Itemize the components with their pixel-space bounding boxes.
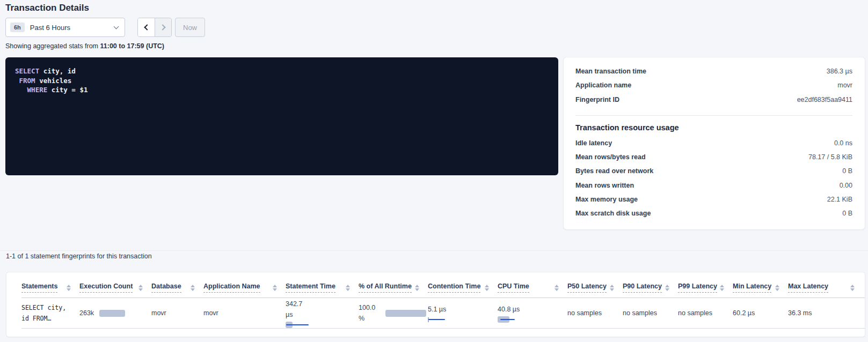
cell-application-name: movr: [203, 309, 286, 317]
time-controls: 6h Past 6 Hours Now: [5, 18, 205, 37]
sql-line: SELECT city, id: [15, 66, 549, 76]
database-value: movr: [151, 309, 166, 317]
column-header-pct-all-runtime[interactable]: % of All Runtime: [359, 282, 428, 298]
statement-line: id FROM…: [21, 315, 51, 322]
cpu-time-value: 40.8 µs: [498, 304, 522, 315]
application-name-value: movr: [203, 309, 218, 317]
summary-value: 22.1 KiB: [827, 196, 852, 203]
sort-icon[interactable]: [555, 285, 559, 291]
now-button[interactable]: Now: [175, 18, 205, 37]
summary-label: Max memory usage: [575, 196, 638, 203]
summary-row: Mean rows/bytes read 78.17 / 5.8 KiB: [575, 153, 852, 167]
column-label[interactable]: Statements: [21, 282, 57, 293]
statement-link[interactable]: SELECT city,id FROM…: [21, 302, 79, 324]
sql-line: FROM vehicles: [15, 76, 549, 86]
column-label[interactable]: Statement Time: [286, 282, 335, 293]
time-step-buttons: [137, 18, 172, 37]
summary-label: Bytes read over network: [575, 167, 653, 175]
stats-caption-prefix: Showing aggregated stats from: [5, 42, 100, 50]
section-divider: [0, 250, 868, 251]
cell-max-latency: 36.3 ms: [788, 309, 863, 317]
statements-table-card: Statements Execution Count Database Appl…: [6, 272, 865, 337]
summary-value: movr: [837, 81, 852, 89]
column-header-min-latency[interactable]: Min Latency: [733, 282, 788, 298]
column-label[interactable]: Database: [151, 282, 181, 293]
summary-row: Max memory usage 22.1 KiB: [575, 196, 852, 210]
p99-latency-value: no samples: [678, 309, 712, 317]
summary-row: Bytes read over network 0 B: [575, 167, 852, 181]
column-label[interactable]: Execution Count: [79, 282, 133, 293]
column-header-cpu-time[interactable]: CPU Time: [498, 282, 567, 298]
column-header-max-latency[interactable]: Max Latency: [788, 282, 863, 298]
time-range-dropdown[interactable]: 6h Past 6 Hours: [5, 18, 125, 37]
sort-icon[interactable]: [346, 285, 350, 291]
column-header-statements[interactable]: Statements: [21, 282, 79, 298]
sql-indent: [15, 77, 19, 85]
sql-text: city, id: [39, 67, 76, 75]
summary-label: Mean rows written: [575, 182, 634, 189]
column-label[interactable]: CPU Time: [498, 282, 529, 293]
sort-icon[interactable]: [610, 285, 614, 291]
column-header-contention-time[interactable]: Contention Time: [428, 282, 498, 298]
cell-p50-latency: no samples: [567, 309, 623, 317]
cell-min-latency: 60.2 µs: [733, 309, 788, 317]
cell-p90-latency: no samples: [623, 309, 678, 317]
summary-label: Max scratch disk usage: [575, 210, 651, 217]
sql-indent: [15, 86, 27, 94]
summary-label: Application name: [575, 81, 631, 89]
column-header-p50-latency[interactable]: P50 Latency: [567, 282, 623, 298]
column-label[interactable]: P50 Latency: [567, 282, 607, 293]
summary-label: Fingerprint ID: [575, 96, 619, 103]
column-header-statement-time[interactable]: Statement Time: [286, 282, 359, 298]
stats-caption: Showing aggregated stats from 11:00 to 1…: [5, 42, 164, 50]
sql-text: city = $1: [47, 86, 87, 94]
statement-time-bar: [286, 322, 311, 328]
column-label[interactable]: Contention Time: [428, 282, 480, 293]
summary-label: Idle latency: [575, 139, 612, 147]
time-range-label: Past 6 Hours: [30, 24, 114, 32]
table-row[interactable]: SELECT city,id FROM… 263k movr movr 342.…: [21, 298, 865, 329]
column-header-database[interactable]: Database: [151, 282, 203, 298]
execution-count-value: 263k: [79, 309, 94, 317]
sort-icon[interactable]: [415, 285, 419, 291]
min-latency-value: 60.2 µs: [733, 309, 755, 317]
sort-icon[interactable]: [191, 285, 195, 291]
cell-cpu-time: 40.8 µs: [498, 304, 567, 323]
next-time-button[interactable]: [155, 18, 171, 36]
column-label[interactable]: P99 Latency: [678, 282, 717, 293]
previous-time-button[interactable]: [138, 18, 155, 36]
sql-keyword: SELECT: [15, 67, 39, 75]
sort-icon[interactable]: [138, 285, 143, 291]
sort-icon[interactable]: [665, 285, 669, 291]
column-header-execution-count[interactable]: Execution Count: [79, 282, 151, 298]
chevron-down-icon: [114, 24, 119, 29]
column-label[interactable]: Max Latency: [788, 282, 828, 293]
summary-value: 0 B: [842, 167, 852, 175]
column-label[interactable]: P90 Latency: [623, 282, 662, 293]
cell-contention-time: 5.1 µs: [428, 304, 498, 323]
column-header-application-name[interactable]: Application Name: [203, 282, 286, 298]
p50-latency-value: no samples: [567, 309, 602, 317]
table-header-row: Statements Execution Count Database Appl…: [21, 272, 865, 298]
resource-usage-title: Transaction resource usage: [575, 123, 852, 132]
sql-text: vehicles: [35, 77, 72, 85]
column-label[interactable]: Application Name: [203, 282, 260, 293]
column-label[interactable]: Min Latency: [733, 282, 771, 293]
column-header-p90-latency[interactable]: P90 Latency: [623, 282, 678, 298]
statement-time-value: 342.7 µs: [286, 299, 310, 320]
column-header-p99-latency[interactable]: P99 Latency: [678, 282, 733, 298]
contention-time-value: 5.1 µs: [428, 304, 498, 315]
execution-count-bar: [99, 310, 125, 317]
sort-icon[interactable]: [273, 285, 277, 291]
summary-value: 0.0 ns: [834, 139, 852, 147]
sort-icon[interactable]: [67, 285, 71, 291]
pct-runtime-bar: [385, 310, 426, 317]
sort-icon[interactable]: [775, 285, 779, 291]
summary-row: Max scratch disk usage 0 B: [575, 210, 852, 224]
column-label[interactable]: % of All Runtime: [359, 282, 412, 293]
cell-statement[interactable]: SELECT city,id FROM…: [21, 302, 79, 324]
sort-icon[interactable]: [850, 285, 855, 291]
sort-icon[interactable]: [720, 285, 724, 291]
summary-value: 0 B: [842, 210, 852, 217]
sort-icon[interactable]: [485, 285, 489, 291]
